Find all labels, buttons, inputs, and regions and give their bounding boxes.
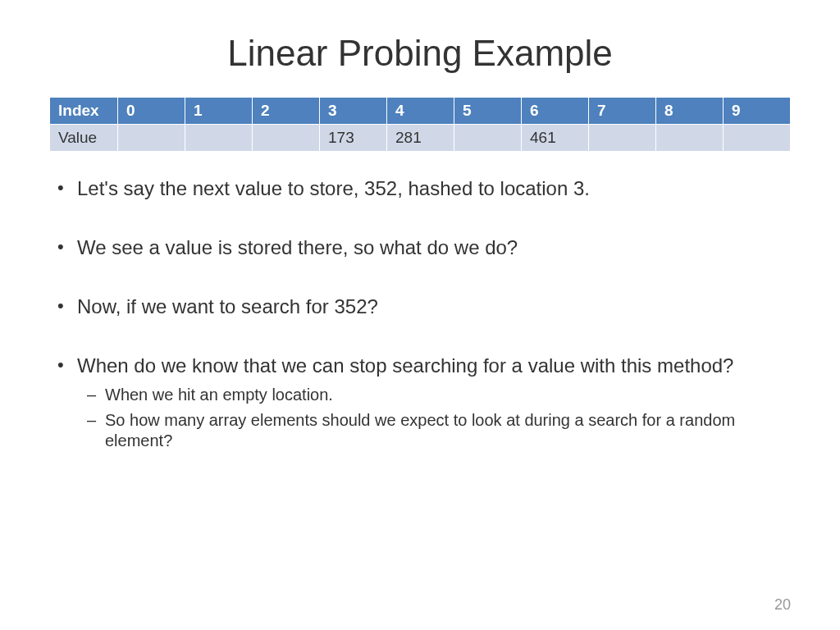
value-cell-8: [656, 125, 724, 152]
bullet-text: When do we know that we can stop searchi…: [77, 354, 733, 377]
value-cell-0: [118, 125, 185, 152]
index-label-cell: Index: [50, 98, 118, 125]
sub-bullet-list: When we hit an empty location. So how ma…: [77, 385, 791, 451]
value-cell-7: [589, 125, 656, 152]
hash-table: Index 0 1 2 3 4 5 6 7 8 9 Value 173 281 …: [49, 97, 791, 152]
index-cell-1: 1: [185, 98, 253, 125]
index-cell-3: 3: [320, 98, 387, 125]
value-cell-4: 281: [387, 125, 454, 152]
value-cell-3: 173: [320, 125, 387, 152]
index-cell-0: 0: [118, 98, 185, 125]
sub-bullet-item: When we hit an empty location.: [77, 385, 791, 405]
bullet-item: Let's say the next value to store, 352, …: [49, 176, 791, 201]
page-number: 20: [774, 596, 791, 614]
index-cell-2: 2: [253, 98, 320, 125]
index-cell-8: 8: [656, 98, 724, 125]
value-cell-5: [454, 125, 522, 152]
index-cell-5: 5: [454, 98, 522, 125]
bullet-item: We see a value is stored there, so what …: [49, 235, 791, 260]
index-cell-9: 9: [724, 98, 791, 125]
bullet-list: Let's say the next value to store, 352, …: [49, 176, 791, 451]
slide-title: Linear Probing Example: [49, 33, 791, 74]
value-cell-6: 461: [522, 125, 589, 152]
value-cell-1: [185, 125, 253, 152]
value-label-cell: Value: [50, 125, 118, 152]
sub-bullet-item: So how many array elements should we exp…: [77, 410, 791, 451]
bullet-item-with-sub: When do we know that we can stop searchi…: [49, 354, 791, 451]
value-cell-2: [253, 125, 320, 152]
index-cell-7: 7: [589, 98, 656, 125]
index-cell-4: 4: [387, 98, 454, 125]
table-header-row: Index 0 1 2 3 4 5 6 7 8 9: [50, 98, 791, 125]
value-cell-9: [724, 125, 791, 152]
index-cell-6: 6: [522, 98, 589, 125]
bullet-item: Now, if we want to search for 352?: [49, 294, 791, 319]
table-data-row: Value 173 281 461: [50, 125, 791, 152]
